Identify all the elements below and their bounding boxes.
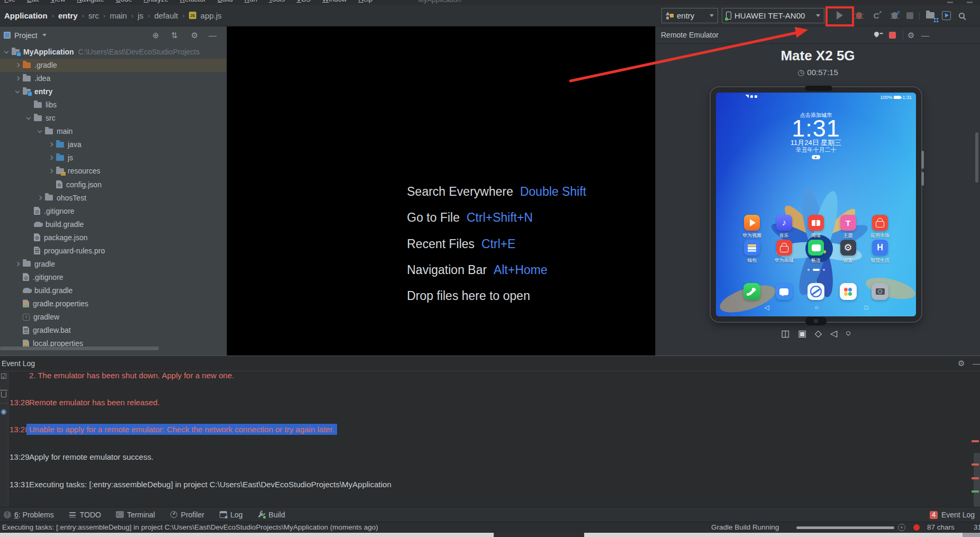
log-line[interactable]: 13:28Remote emulator has been released. (0, 397, 980, 408)
tree-item-gradlew-bat[interactable]: gradlew.bat (0, 324, 226, 337)
app-钱包[interactable]: 钱包 (740, 240, 764, 264)
editor-area[interactable]: Search EverywhereDouble ShiftGo to FileC… (227, 26, 655, 356)
breadcrumb-item-entry[interactable]: entry (58, 11, 78, 20)
app-华为商城[interactable]: 华为商城 (773, 240, 796, 264)
locate-file-icon[interactable]: ⊕ (152, 26, 159, 44)
device-selector[interactable]: HUAWEI TET-AN00 (722, 8, 824, 23)
maximize-icon[interactable] (967, 2, 973, 3)
scrollbar-thumb[interactable] (974, 453, 980, 507)
tree-item-build-gradle[interactable]: build.gradle (0, 284, 226, 297)
book-app-icon[interactable] (808, 215, 824, 231)
chevron-down-icon[interactable] (4, 49, 8, 53)
attach-debugger-button[interactable]: ↗ (888, 9, 901, 22)
stop-emulator-icon[interactable] (889, 32, 896, 39)
emulator-fold-icon[interactable]: ◫ (781, 328, 790, 339)
error-stripe-mark[interactable] (972, 463, 979, 466)
chevron-right-icon[interactable] (49, 156, 53, 160)
tree-item-gradle[interactable]: gradle (0, 257, 226, 270)
tree-item--idea[interactable]: .idea (0, 72, 226, 85)
cancel-build-icon[interactable]: × (898, 524, 905, 531)
theme-app-icon[interactable] (840, 215, 856, 231)
app-设置[interactable]: 设置 (837, 240, 860, 264)
breadcrumb-item-main[interactable]: main (110, 11, 127, 20)
tree-item-build-gradle[interactable]: build.gradle (0, 217, 226, 231)
play-app-icon[interactable] (744, 215, 760, 231)
tree-item-package-json[interactable]: package.json (0, 231, 226, 244)
tree-item-MyApplication[interactable]: MyApplicationC:\Users\East\DevEcoStudioP… (0, 45, 226, 59)
bag-huawei-app-icon[interactable] (872, 215, 888, 231)
soft-wrap-icon[interactable]: ◉ (1, 407, 6, 415)
pin-icon[interactable] (873, 31, 880, 38)
breadcrumb-item-js[interactable]: js (138, 11, 143, 20)
menu-code[interactable]: Code (116, 0, 132, 3)
tree-item-src[interactable]: src (0, 112, 226, 125)
project-panel-title[interactable]: Project (14, 31, 38, 40)
tool-window-tab-todo[interactable]: TODO (69, 511, 101, 519)
menu-analyze[interactable]: Analyze (144, 0, 168, 3)
log-line[interactable]: 13:29Apply for remote emulator success. (0, 451, 980, 463)
menu-refactor[interactable]: Refactor (180, 0, 206, 3)
tree-item-proguard-rules-pro[interactable]: proguard-rules.pro (0, 244, 226, 257)
emulator-home-icon[interactable]: ○ (846, 328, 851, 339)
gear-icon[interactable]: ⚙ (191, 26, 198, 44)
event-log-tab[interactable]: 4 Event Log (930, 507, 975, 522)
menu-navigate[interactable]: Navigate (77, 0, 104, 3)
browser-app-icon[interactable] (807, 283, 824, 300)
gallery-app-icon[interactable] (840, 283, 857, 300)
app-phone[interactable] (740, 283, 764, 300)
emulator-resize-icon[interactable]: ▣ (798, 328, 806, 339)
tool-window-tab-profiler[interactable]: Profiler (170, 511, 204, 519)
run-with-coverage-button[interactable]: C↗ (870, 9, 883, 22)
menu-file[interactable]: File (4, 0, 15, 3)
app-主题[interactable]: 主题 (837, 215, 860, 239)
tree-item--gitignore[interactable]: .gitignore (0, 204, 226, 217)
stop-button[interactable] (903, 9, 916, 22)
menu-build[interactable]: Build (217, 0, 233, 3)
app-音乐[interactable]: 音乐 (773, 215, 796, 239)
phone-screen[interactable]: 100% 1:31 点击添加城市 1:31 11月24日 星期三 辛丑年十月二十… (716, 93, 916, 316)
tree-item-gradle-properties[interactable]: gradle.properties (0, 297, 226, 310)
tree-item-gradlew[interactable]: gradlew (0, 311, 226, 324)
search-everywhere-button[interactable] (955, 9, 968, 22)
chevron-down-icon[interactable] (26, 115, 31, 120)
chevron-down-icon[interactable] (15, 88, 20, 93)
app-gallery[interactable] (837, 283, 860, 300)
hide-panel-icon[interactable]: — (973, 359, 980, 368)
nav-back-icon[interactable]: ◁ (763, 304, 771, 311)
tree-item-main[interactable]: main (0, 125, 226, 138)
menu-view[interactable]: View (50, 0, 65, 3)
app-messages[interactable] (773, 283, 796, 300)
panel-scrollbar[interactable] (975, 132, 978, 183)
module-selector[interactable]: entry (661, 8, 718, 23)
horizontal-scrollbar[interactable] (0, 347, 159, 350)
tree-item--gradle[interactable]: .gradle (0, 59, 226, 72)
error-stripe-mark[interactable] (972, 477, 979, 479)
window-controls[interactable] (947, 2, 973, 3)
menu-window[interactable]: Window (322, 0, 347, 3)
nav-recent-icon[interactable]: □ (862, 304, 870, 311)
menu-help[interactable]: Help (358, 0, 373, 3)
breadcrumb-item-default[interactable]: default (154, 11, 178, 20)
chevron-right-icon[interactable] (49, 169, 53, 173)
phone-app-icon[interactable] (743, 283, 760, 300)
menu-vcs[interactable]: VCS (296, 0, 311, 3)
cards-app-icon[interactable] (744, 240, 760, 256)
gear-app-icon[interactable] (840, 240, 856, 256)
event-log-title[interactable]: Event Log (2, 359, 35, 368)
camera-app-icon[interactable] (872, 283, 888, 300)
app-browser[interactable] (804, 283, 828, 300)
hilink-app-icon[interactable] (872, 240, 888, 256)
music-app-icon[interactable] (776, 215, 792, 231)
breadcrumb-item-app-js[interactable]: app.js (201, 11, 222, 20)
device-file-explorer-button[interactable] (924, 9, 937, 22)
app-应用市场[interactable]: 应用市场 (868, 215, 892, 239)
menu-tools[interactable]: Tools (269, 0, 285, 3)
log-line[interactable]: 2. The emulator has been shut down. Appl… (0, 370, 980, 381)
tree-item--gitignore[interactable]: .gitignore (0, 270, 226, 284)
tree-item-ohosTest[interactable]: ohosTest (0, 191, 226, 204)
breadcrumb-item-Application[interactable]: Application (4, 11, 48, 20)
tree-item-libs[interactable]: libs (0, 98, 226, 112)
error-stripe-mark[interactable] (972, 440, 979, 442)
tool-window-tab-terminal[interactable]: ›_Terminal (116, 511, 155, 519)
tool-window-tab-build[interactable]: Build (258, 511, 285, 519)
